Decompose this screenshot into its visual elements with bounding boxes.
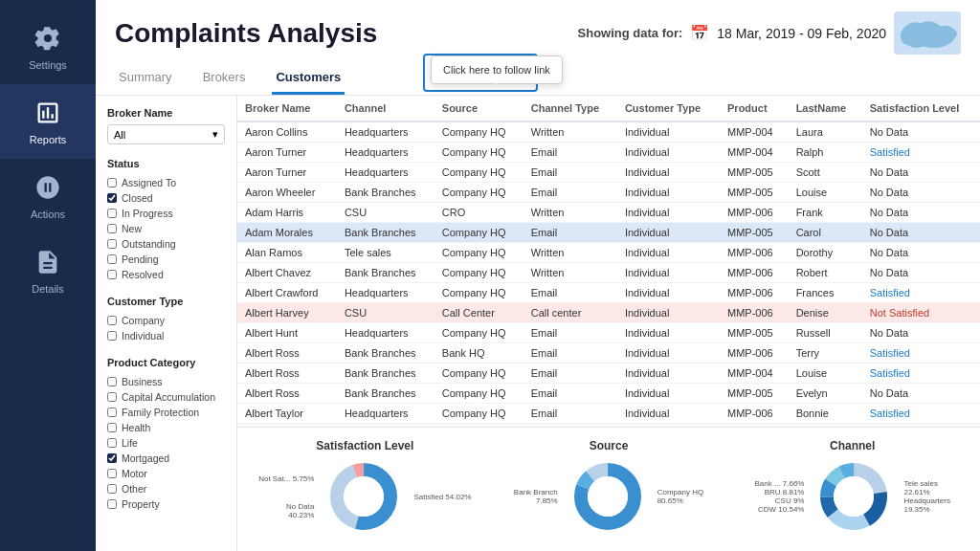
col-customer-type[interactable]: Customer Type (617, 96, 720, 121)
table-cell: Individual (617, 121, 720, 143)
table-cell: Bank HQ (434, 343, 523, 364)
sidebar-item-settings[interactable]: Settings (0, 10, 96, 84)
status-closed[interactable]: Closed (107, 190, 225, 206)
status-resolved[interactable]: Resolved (107, 267, 225, 282)
broker-name-dropdown[interactable]: All ▾ (107, 124, 225, 144)
page-title: Complaints Analysis (115, 18, 377, 49)
table-row[interactable]: Adam MoralesBank BranchesCompany HQEmail… (237, 223, 980, 243)
table-cell: Frank (789, 203, 862, 223)
product-business[interactable]: Business (107, 374, 225, 389)
svg-point-7 (588, 476, 628, 517)
table-row[interactable]: Aaron CollinsHeadquartersCompany HQWritt… (237, 121, 980, 143)
date-range: 18 Mar, 2019 - 09 Feb, 2020 (717, 26, 886, 41)
data-table: Broker Name Channel Source Channel Type … (237, 96, 980, 424)
table-cell: Call Center (434, 303, 523, 323)
status-pending[interactable]: Pending (107, 252, 225, 267)
table-row[interactable]: Aaron TurnerHeadquartersCompany HQEmailI… (237, 163, 980, 183)
table-cell: Carol (789, 223, 862, 243)
product-mortgaged[interactable]: Mortgaged (107, 451, 225, 466)
col-lastname[interactable]: LastName (789, 96, 862, 121)
source-chart-title: Source (590, 439, 629, 452)
table-cell: Aaron Wheeler (237, 183, 337, 203)
col-product[interactable]: Product (720, 96, 789, 121)
status-outstanding[interactable]: Outstanding (107, 236, 225, 252)
product-motor[interactable]: Motor (107, 466, 225, 481)
table-row[interactable]: Albert ChavezBank BranchesCompany HQWrit… (237, 263, 980, 283)
data-table-wrapper[interactable]: Broker Name Channel Source Channel Type … (237, 96, 980, 427)
table-row[interactable]: Albert RossBank BranchesBank HQEmailIndi… (237, 343, 980, 364)
table-cell: Email (523, 384, 617, 404)
product-health[interactable]: Health (107, 420, 225, 435)
table-cell: Bank Branches (337, 343, 434, 364)
table-cell: CSU (337, 203, 434, 223)
headquarters-channel-label: Headquarters19.35% (903, 496, 949, 514)
table-cell: Individual (617, 143, 720, 163)
col-broker-name[interactable]: Broker Name (237, 96, 337, 121)
sidebar-item-reports[interactable]: Reports (0, 84, 96, 159)
col-source[interactable]: Source (434, 96, 523, 121)
tab-customers[interactable]: Customers (272, 62, 345, 95)
table-row[interactable]: Albert HuntHeadquartersCompany HQEmailIn… (237, 323, 980, 343)
table-cell: Individual (617, 203, 720, 223)
col-satisfaction[interactable]: Satisfaction Level (862, 96, 980, 121)
table-cell: MMP-004 (720, 143, 789, 163)
status-in-progress[interactable]: In Progress (107, 206, 225, 221)
table-row[interactable]: Albert RossBank BranchesCompany HQEmailI… (237, 364, 980, 384)
table-cell: Ralph (789, 143, 862, 163)
table-cell: Email (523, 143, 617, 163)
table-cell: Company HQ (434, 404, 523, 424)
table-cell: Individual (617, 243, 720, 263)
sidebar-item-details[interactable]: Details (0, 233, 96, 308)
col-channel-type[interactable]: Channel Type (523, 96, 617, 121)
tab-summary[interactable]: Summary (115, 62, 176, 95)
table-cell: Aaron Turner (237, 163, 337, 183)
table-cell: Satisfied (862, 364, 980, 384)
table-cell: MMP-006 (720, 243, 789, 263)
product-life[interactable]: Life (107, 435, 225, 451)
table-cell: Individual (617, 384, 720, 404)
table-cell: MMP-005 (720, 183, 789, 203)
sidebar-item-reports-label: Reports (30, 134, 67, 145)
status-assigned[interactable]: Assigned To (107, 175, 225, 190)
charts-section: Satisfaction Level Not Sat... 5.75% No D… (237, 427, 980, 551)
table-cell: Satisfied (862, 283, 980, 303)
table-cell: Dorothy (789, 243, 862, 263)
table-row[interactable]: Albert HarveyCSUCall CenterCall centerIn… (237, 303, 980, 323)
customer-company[interactable]: Company (107, 313, 225, 328)
table-row[interactable]: Albert RossBank BranchesCompany HQEmailI… (237, 384, 980, 404)
col-channel[interactable]: Channel (337, 96, 434, 121)
table-row[interactable]: Aaron TurnerHeadquartersCompany HQEmailI… (237, 143, 980, 163)
customer-individual[interactable]: Individual (107, 328, 225, 343)
table-row[interactable]: Alan RamosTele salesCompany HQWrittenInd… (237, 243, 980, 263)
table-cell: Company HQ (434, 121, 523, 143)
table-cell: Individual (617, 303, 720, 323)
table-row[interactable]: Aaron WheelerBank BranchesCompany HQEmai… (237, 183, 980, 203)
table-cell: Email (523, 283, 617, 303)
table-cell: No Data (862, 203, 980, 223)
table-cell: Albert Crawford (237, 283, 337, 303)
table-cell: Headquarters (337, 121, 434, 143)
table-cell: Individual (617, 223, 720, 243)
table-cell: Company HQ (434, 323, 523, 343)
table-row[interactable]: Albert CrawfordHeadquartersCompany HQEma… (237, 283, 980, 303)
table-cell: Russell (789, 323, 862, 343)
sidebar-item-actions[interactable]: Actions (0, 159, 96, 233)
table-cell: Company HQ (434, 384, 523, 404)
product-capital[interactable]: Capital Accumulation (107, 389, 225, 405)
table-cell: Alan Ramos (237, 243, 337, 263)
product-other[interactable]: Other (107, 481, 225, 496)
status-new[interactable]: New (107, 221, 225, 236)
table-row[interactable]: Albert TaylorHeadquartersCompany HQEmail… (237, 404, 980, 424)
broker-name-value: All (114, 129, 125, 141)
table-row[interactable]: Adam HarrisCSUCROWrittenIndividualMMP-00… (237, 203, 980, 223)
customer-type-filter: Customer Type Company Individual (107, 296, 225, 343)
satisfaction-donut (325, 458, 402, 535)
bank-branch-label: Bank Branch7.85% (514, 488, 558, 505)
status-label: Status (107, 158, 225, 169)
chevron-down-icon: ▾ (212, 128, 218, 141)
product-property[interactable]: Property (107, 496, 225, 512)
tab-brokers[interactable]: Brokers (199, 62, 250, 95)
table-cell: Evelyn (789, 384, 862, 404)
calendar-icon: 📅 (690, 24, 709, 42)
product-family[interactable]: Family Protection (107, 405, 225, 420)
